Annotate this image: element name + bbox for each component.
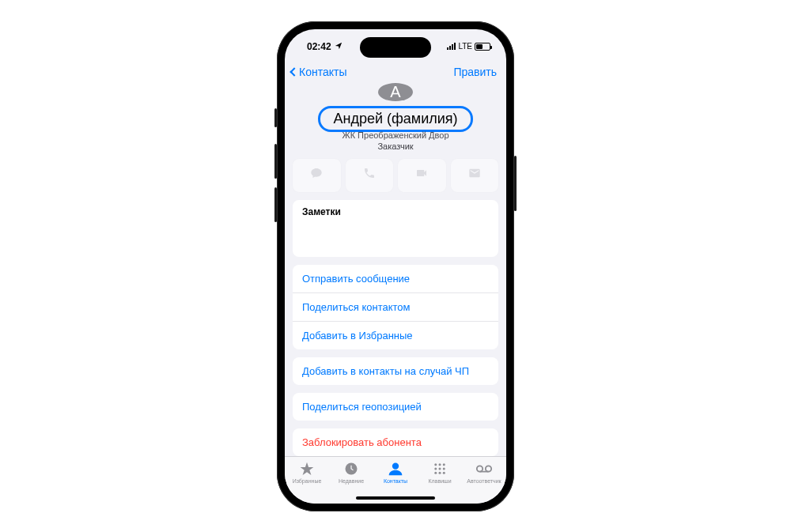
network-label: LTE: [458, 42, 472, 51]
send-message-row[interactable]: Отправить сообщение: [293, 265, 498, 293]
nav-bar: Контакты Править: [285, 64, 506, 83]
block-caller-row[interactable]: Заблокировать абонента: [293, 428, 498, 456]
contact-job: Заказчик: [285, 141, 506, 151]
avatar: А: [378, 83, 413, 101]
tab-contacts[interactable]: Контакты: [374, 460, 417, 484]
video-icon: [415, 167, 428, 183]
tab-bar: Избранные Недавние Контакты Клавиши Авто…: [285, 456, 506, 504]
status-indicators: LTE: [447, 42, 490, 51]
notes-section[interactable]: Заметки: [293, 200, 498, 257]
svg-point-11: [477, 466, 483, 471]
location-arrow-icon: [335, 41, 343, 52]
share-location-row[interactable]: Поделиться геопозицией: [293, 393, 498, 421]
svg-point-6: [439, 467, 441, 470]
mail-button[interactable]: [451, 159, 499, 192]
edit-button[interactable]: Править: [453, 66, 497, 78]
svg-point-12: [486, 466, 491, 471]
back-button[interactable]: Контакты: [291, 66, 346, 78]
svg-point-9: [439, 471, 441, 474]
svg-point-8: [434, 471, 437, 474]
video-button[interactable]: [398, 159, 446, 192]
tab-label: Клавиши: [428, 478, 451, 484]
svg-point-5: [434, 467, 437, 470]
svg-point-3: [439, 463, 441, 466]
back-label: Контакты: [299, 66, 346, 78]
svg-point-2: [434, 463, 437, 466]
tab-label: Избранные: [293, 478, 322, 484]
signal-icon: [447, 43, 456, 50]
keypad-icon: [431, 460, 448, 477]
message-icon: [310, 167, 323, 183]
emergency-contact-row[interactable]: Добавить в контакты на случай ЧП: [293, 357, 498, 385]
star-icon: [298, 460, 316, 477]
contact-company: ЖК Преображенский Двор: [285, 130, 506, 140]
actions-group-3: Поделиться геопозицией: [293, 393, 498, 421]
tab-recents[interactable]: Недавние: [330, 460, 373, 484]
battery-icon: [475, 43, 490, 51]
tab-label: Контакты: [384, 478, 407, 484]
tab-label: Автоответчик: [467, 478, 501, 484]
chevron-left-icon: [290, 67, 298, 76]
mail-icon: [468, 167, 481, 183]
call-button[interactable]: [346, 159, 394, 192]
home-indicator[interactable]: [356, 496, 435, 500]
actions-group-2: Добавить в контакты на случай ЧП: [293, 357, 498, 385]
side-button: [274, 108, 277, 127]
tab-favorites[interactable]: Избранные: [286, 460, 328, 484]
contact-icon: [387, 460, 404, 477]
svg-point-10: [443, 471, 445, 474]
voicemail-icon: [475, 460, 493, 477]
notes-label: Заметки: [302, 206, 341, 217]
clock-time: 02:42: [307, 41, 331, 52]
svg-point-7: [443, 467, 445, 470]
screen: 02:42 LTE Контакты Править А Андрей (фам…: [285, 29, 506, 504]
clock-icon: [343, 460, 360, 477]
content: А Андрей (фамилия) ЖК Преображенский Дво…: [285, 83, 506, 456]
tab-label: Недавние: [339, 478, 364, 484]
phone-frame: 02:42 LTE Контакты Править А Андрей (фам…: [277, 21, 514, 511]
share-contact-row[interactable]: Поделиться контактом: [293, 293, 498, 322]
actions-group-4: Заблокировать абонента: [293, 428, 498, 456]
tab-keypad[interactable]: Клавиши: [418, 460, 461, 484]
actions-group-1: Отправить сообщение Поделиться контактом…: [293, 265, 498, 349]
side-button: [514, 156, 517, 211]
status-time: 02:42: [307, 41, 343, 52]
tab-voicemail[interactable]: Автоответчик: [463, 460, 505, 484]
svg-point-1: [392, 462, 399, 469]
contact-name-highlight[interactable]: Андрей (фамилия): [318, 106, 472, 132]
phone-icon: [363, 167, 376, 183]
dynamic-island: [360, 37, 431, 58]
message-button[interactable]: [293, 159, 341, 192]
add-favorites-row[interactable]: Добавить в Избранные: [293, 322, 498, 349]
side-button: [274, 144, 277, 179]
quick-actions: [285, 159, 506, 200]
svg-point-4: [443, 463, 445, 466]
side-button: [274, 187, 277, 222]
